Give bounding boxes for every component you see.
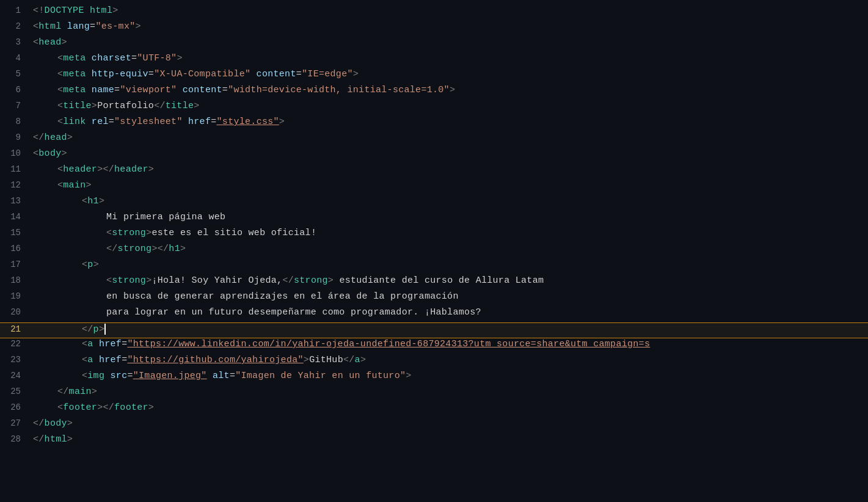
line-content: <footer></footer> — [31, 402, 868, 413]
token-tag-bracket: < — [57, 85, 63, 95]
token-strong-tag: strong — [112, 228, 146, 238]
line-content: Mi primera página web — [31, 212, 868, 222]
token-tag: footer — [114, 402, 148, 413]
token-tag-bracket: </ — [33, 418, 45, 429]
token-tag: h1 — [169, 244, 180, 254]
token-tag: main — [63, 180, 86, 191]
code-line: 19en busca de generar aprendizajes en el… — [0, 291, 868, 307]
token-tag-bracket: < — [82, 260, 87, 270]
line-number: 5 — [0, 69, 31, 79]
token-tag-bracket: < — [82, 371, 87, 381]
line-number: 7 — [0, 101, 31, 111]
line-number: 13 — [0, 196, 31, 206]
line-content: en busca de generar aprendizajes en el á… — [31, 291, 868, 302]
token-tag: a — [87, 355, 93, 365]
line-content: <head> — [31, 37, 868, 48]
token-tag-bracket: > — [112, 5, 118, 16]
line-content: </head> — [31, 133, 868, 143]
token-tag-bracket: > — [180, 244, 186, 254]
token-attr-name: href — [99, 355, 122, 365]
line-number: 14 — [0, 212, 31, 222]
token-tag-bracket: > — [62, 37, 67, 48]
token-attr-name: rel — [92, 117, 109, 127]
token-strong-tag: strong — [112, 275, 146, 286]
token-inline-text: para lograr en un futuro desempeñarme co… — [106, 307, 481, 318]
token-tag-bracket: < — [33, 148, 38, 159]
line-number: 26 — [0, 402, 31, 412]
code-line: 15<strong>este es el sitio web oficial! — [0, 227, 868, 243]
token-text-white — [86, 85, 92, 95]
token-tag-bracket: > — [93, 260, 99, 270]
token-link-text: "Imagen.jpeg" — [133, 371, 207, 381]
code-line: 17<p> — [0, 259, 868, 275]
token-attr-name: name — [92, 85, 114, 95]
code-line: 12<main> — [0, 180, 868, 195]
code-line: 10<body> — [0, 148, 868, 164]
token-tag-bracket: </ — [57, 387, 69, 397]
code-line: 2<html lang="es-mx"> — [0, 21, 868, 37]
token-tag-bracket: ></ — [97, 402, 114, 413]
token-tag-bracket: < — [57, 164, 63, 175]
token-tag: body — [45, 418, 67, 429]
token-tag-bracket: > — [406, 371, 411, 381]
code-line: 6<meta name="viewport" content="width=de… — [0, 84, 868, 100]
token-tag: img — [87, 371, 104, 381]
token-tag: a — [355, 355, 360, 365]
token-attr-value: "stylesheet" — [114, 117, 183, 127]
token-equals: = — [296, 69, 302, 79]
token-tag: DOCTYPE html — [45, 5, 113, 16]
token-text-white — [104, 371, 110, 381]
line-number: 8 — [0, 117, 31, 126]
token-tag-bracket: > — [328, 275, 334, 286]
token-tag-bracket: > — [67, 434, 73, 445]
token-tag: a — [87, 339, 93, 349]
line-number: 19 — [0, 291, 31, 301]
token-tag: meta — [63, 85, 86, 95]
token-tag-bracket: > — [194, 101, 199, 111]
token-tag: title — [63, 101, 92, 111]
token-tag-bracket: > — [136, 21, 141, 32]
line-number: 6 — [0, 85, 31, 95]
line-number: 27 — [0, 418, 31, 428]
token-attr-name: lang — [67, 21, 90, 32]
token-link-text: "style.css" — [217, 117, 279, 127]
token-equals: = — [90, 21, 95, 32]
line-number: 3 — [0, 37, 31, 47]
token-equals: = — [131, 53, 137, 64]
code-line: 16</strong></h1> — [0, 243, 868, 259]
line-number: 15 — [0, 228, 31, 238]
line-number: 18 — [0, 275, 31, 285]
token-attr-value: "IE=edge" — [302, 69, 353, 79]
token-tag: p — [93, 324, 99, 335]
token-tag-bracket: < — [106, 228, 112, 238]
code-line: 23<a href="https://github.com/yahirojeda… — [0, 354, 868, 370]
code-line: 26<footer></footer> — [0, 402, 868, 418]
code-line: 21</p> — [0, 322, 868, 338]
token-tag-bracket: < — [33, 37, 38, 48]
token-equals: = — [114, 85, 120, 95]
code-line: 3<head> — [0, 37, 868, 53]
token-equals: = — [127, 371, 133, 381]
token-text-white — [86, 117, 92, 127]
token-tag-bracket: > — [353, 69, 359, 79]
token-equals: = — [109, 117, 114, 127]
token-tag-bracket: > — [99, 324, 104, 335]
token-tag-bracket: </ — [33, 133, 45, 143]
line-number: 11 — [0, 164, 31, 174]
code-line: 5<meta http-equiv="X-UA-Compatible" cont… — [0, 68, 868, 84]
line-content: <strong>este es el sitio web oficial! — [31, 228, 868, 238]
token-tag-bracket: </ — [82, 324, 93, 335]
token-attr-value: "viewport" — [120, 85, 177, 95]
code-line: 28</html> — [0, 434, 868, 449]
token-tag: header — [63, 164, 97, 175]
token-tag-bracket: < — [57, 117, 63, 127]
token-text-white — [86, 53, 92, 64]
line-content: <title>Portafolio</title> — [31, 101, 868, 111]
token-text-white — [183, 117, 188, 127]
token-tag-bracket: </ — [154, 101, 166, 111]
token-attr-name: charset — [92, 53, 131, 64]
code-line: 13<h1> — [0, 195, 868, 211]
code-line: 22<a href="https://www.linkedin.com/in/y… — [0, 338, 868, 354]
line-number: 28 — [0, 434, 31, 444]
token-inline-text: en busca de generar aprendizajes en el á… — [106, 291, 459, 302]
